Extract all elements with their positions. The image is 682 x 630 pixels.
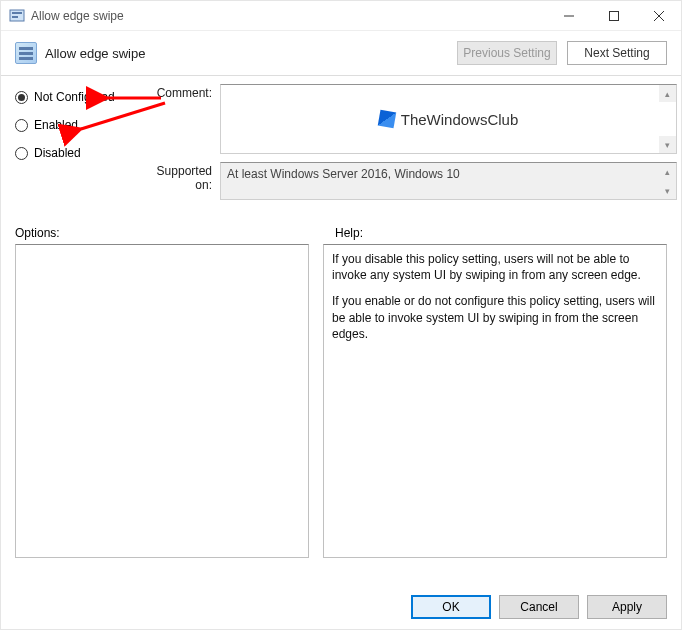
scroll-up-icon[interactable]: ▴ — [659, 163, 676, 180]
panels: If you disable this policy setting, user… — [1, 244, 681, 558]
radio-label: Enabled — [34, 118, 78, 132]
options-label: Options: — [15, 226, 315, 240]
options-panel[interactable] — [15, 244, 309, 558]
svg-rect-1 — [12, 12, 22, 14]
radio-enabled[interactable]: Enabled — [15, 118, 145, 132]
comment-textarea[interactable]: TheWindowsClub ▴ ▾ — [220, 84, 677, 154]
radio-not-configured[interactable]: Not Configured — [15, 90, 145, 104]
policy-icon — [15, 42, 37, 64]
close-button[interactable] — [636, 1, 681, 30]
dialog-buttons: OK Cancel Apply — [411, 595, 667, 619]
ok-button[interactable]: OK — [411, 595, 491, 619]
help-panel[interactable]: If you disable this policy setting, user… — [323, 244, 667, 558]
help-paragraph: If you disable this policy setting, user… — [332, 251, 658, 283]
header-row: Allow edge swipe Previous Setting Next S… — [1, 31, 681, 73]
scroll-down-icon[interactable]: ▾ — [659, 182, 676, 199]
app-icon — [9, 8, 25, 24]
logo-text: TheWindowsClub — [401, 111, 519, 128]
config-area: Not Configured Enabled Disabled Comment:… — [1, 76, 681, 208]
nav-buttons: Previous Setting Next Setting — [457, 41, 667, 65]
logo-mark-icon — [377, 110, 396, 129]
comment-label: Comment: — [145, 84, 220, 100]
apply-button[interactable]: Apply — [587, 595, 667, 619]
scroll-down-icon[interactable]: ▾ — [659, 136, 676, 153]
radio-icon — [15, 119, 28, 132]
page-title: Allow edge swipe — [45, 46, 145, 61]
logo: TheWindowsClub — [379, 111, 519, 128]
radio-icon — [15, 91, 28, 104]
svg-rect-0 — [10, 10, 24, 21]
supported-on-box: At least Windows Server 2016, Windows 10… — [220, 162, 677, 200]
previous-setting-button[interactable]: Previous Setting — [457, 41, 557, 65]
panel-labels: Options: Help: — [1, 208, 681, 244]
next-setting-button[interactable]: Next Setting — [567, 41, 667, 65]
title-bar: Allow edge swipe — [1, 1, 681, 31]
radio-icon — [15, 147, 28, 160]
window-controls — [546, 1, 681, 30]
help-paragraph: If you enable or do not configure this p… — [332, 293, 658, 342]
scroll-up-icon[interactable]: ▴ — [659, 85, 676, 102]
radio-label: Not Configured — [34, 90, 115, 104]
cancel-button[interactable]: Cancel — [499, 595, 579, 619]
minimize-button[interactable] — [546, 1, 591, 30]
supported-on-text: At least Windows Server 2016, Windows 10 — [227, 167, 460, 181]
help-label: Help: — [335, 226, 667, 240]
right-col: Comment: TheWindowsClub ▴ ▾ Supported on… — [145, 84, 677, 208]
radio-group: Not Configured Enabled Disabled — [15, 84, 145, 208]
radio-label: Disabled — [34, 146, 81, 160]
window-title: Allow edge swipe — [31, 9, 124, 23]
svg-rect-4 — [609, 11, 618, 20]
supported-on-label: Supported on: — [145, 162, 220, 192]
maximize-button[interactable] — [591, 1, 636, 30]
svg-rect-2 — [12, 16, 18, 18]
radio-disabled[interactable]: Disabled — [15, 146, 145, 160]
